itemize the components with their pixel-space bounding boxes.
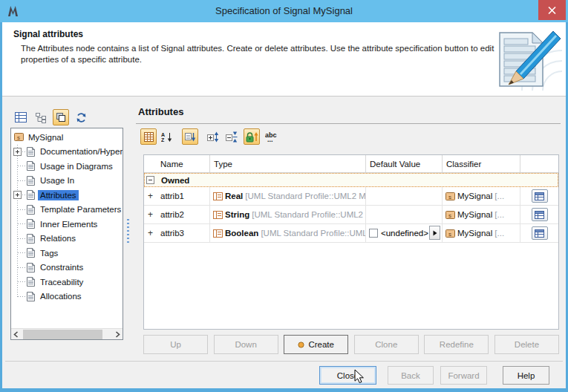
tree-item-label: MySignal — [26, 132, 65, 143]
tree-expander-icon[interactable] — [13, 148, 22, 156]
navigation-tree: sMySignalDocumentation/HyperlinUsage in … — [11, 130, 123, 328]
group-collapse-icon[interactable] — [146, 176, 154, 184]
lock-sort-button[interactable] — [244, 128, 260, 145]
close-icon — [548, 4, 556, 17]
tree-item-tags[interactable]: Tags — [11, 246, 123, 261]
sort-alphabetic-button[interactable]: AZ — [159, 128, 175, 145]
row-expander-icon[interactable]: + — [144, 224, 157, 242]
default-value-dropdown-button[interactable] — [429, 226, 440, 240]
dropdown-right-icon — [433, 230, 437, 236]
table-view-button[interactable] — [13, 109, 29, 125]
spec-table-icon — [535, 229, 544, 238]
tree-item-label: Inner Elements — [38, 219, 99, 229]
classifier-detail: [... — [494, 229, 504, 238]
classifier-name: MySignal — [457, 192, 492, 200]
window-title: Specification of Signal MySignal — [0, 5, 568, 16]
tree-item-label: Template Parameters — [38, 204, 123, 215]
back-button[interactable]: Back — [388, 366, 434, 385]
row-expander-icon[interactable]: + — [144, 187, 157, 205]
cell-classifier[interactable]: sMySignal[... — [443, 187, 520, 205]
collapse-all-button[interactable] — [223, 128, 239, 145]
row-expander-icon[interactable]: + — [144, 206, 157, 223]
tree-expander-icon[interactable] — [13, 191, 22, 199]
tree-item-mysignal[interactable]: sMySignal — [11, 130, 123, 145]
type-name: String — [225, 210, 249, 219]
column-header-name: Name — [157, 155, 210, 172]
cell-type[interactable]: Boolean[UML Standard Profile::UML2 Me... — [210, 224, 366, 242]
clone-button[interactable]: Clone — [354, 335, 419, 354]
titlebar: Specification of Signal MySignal — [0, 0, 568, 22]
scrollbar-thumb[interactable] — [23, 330, 102, 339]
svg-text:s: s — [448, 193, 451, 200]
tree-view-button[interactable] — [33, 109, 49, 125]
cell-type[interactable]: String[UML Standard Profile::UML2 Meta..… — [210, 206, 366, 223]
tree-item-usage-in[interactable]: Usage In — [11, 174, 123, 189]
type-name: Real — [225, 192, 243, 200]
cell-default-value[interactable] — [366, 187, 443, 205]
refresh-button[interactable] — [73, 109, 89, 125]
tree-item-label: Constraints — [38, 262, 85, 272]
table-row-attrib3[interactable]: +attrib3Boolean[UML Standard Profile::UM… — [144, 224, 558, 243]
tree-item-relations[interactable]: Relations — [11, 232, 123, 246]
scroll-right-icon[interactable] — [115, 331, 120, 338]
tree-item-inner-elements[interactable]: Inner Elements — [11, 217, 123, 232]
panel-splitter-handle[interactable] — [127, 219, 129, 243]
cell-classifier[interactable]: sMySignal[... — [443, 206, 520, 223]
cell-type[interactable]: Real[UML Standard Profile::UML2 Meta... — [210, 187, 366, 205]
tree-item-label: Allocations — [38, 291, 84, 301]
tree-item-label: Usage in Diagrams — [38, 161, 115, 172]
svg-text:s: s — [448, 230, 451, 237]
tree-item-documentation-hyperlin[interactable]: Documentation/Hyperlin — [11, 145, 123, 160]
document-icon — [26, 276, 36, 287]
open-specification-button[interactable] — [532, 189, 548, 203]
grid-view-button[interactable] — [140, 128, 157, 145]
document-pencil-icon — [491, 28, 562, 91]
open-specification-button[interactable] — [532, 208, 548, 221]
column-header-blank — [520, 155, 558, 172]
dialog-body: Signal attributes The Attributes node co… — [2, 22, 566, 388]
undefined-checkbox[interactable] — [369, 229, 378, 238]
tree-item-template-parameters[interactable]: Template Parameters — [11, 203, 123, 218]
column-header-blank — [144, 155, 157, 172]
help-button[interactable]: Help — [503, 366, 549, 385]
expand-all-button[interactable] — [204, 128, 221, 145]
forward-button[interactable]: Forward — [440, 366, 487, 385]
cell-name[interactable]: attrib1 — [157, 187, 210, 205]
header-description-line1: The Attributes node contains a list of S… — [21, 44, 494, 53]
composite-view-button[interactable] — [53, 109, 69, 125]
tree-item-constraints[interactable]: Constraints — [11, 261, 123, 275]
down-button[interactable]: Down — [214, 335, 278, 354]
sort-group-button[interactable] — [182, 128, 198, 145]
button-label: Back — [401, 371, 420, 380]
tree-item-attributes[interactable]: Attributes — [11, 188, 123, 203]
type-detail: [UML Standard Profile::UML2 Me... — [261, 229, 366, 238]
cell-default-value[interactable]: <undefined> — [366, 224, 443, 242]
tree-horizontal-scrollbar[interactable] — [11, 328, 123, 339]
create-button[interactable]: Create — [284, 335, 348, 354]
spec-table-icon — [535, 211, 544, 219]
table-row-attrib1[interactable]: +attrib1Real[UML Standard Profile::UML2 … — [144, 187, 558, 206]
cell-name[interactable]: attrib3 — [157, 224, 210, 242]
scroll-left-icon[interactable] — [13, 331, 19, 338]
attributes-title-separator — [136, 123, 561, 124]
delete-button[interactable]: Delete — [494, 335, 559, 354]
tree-item-traceability[interactable]: Traceability — [11, 275, 123, 290]
document-icon — [26, 233, 36, 244]
table-row-attrib2[interactable]: +attrib2String[UML Standard Profile::UML… — [144, 206, 558, 224]
tree-item-allocations[interactable]: Allocations — [11, 290, 123, 304]
cell-classifier[interactable]: sMySignal[... — [443, 224, 520, 242]
close-window-button[interactable] — [538, 0, 566, 20]
close-button[interactable]: Close — [319, 366, 376, 385]
up-button[interactable]: Up — [143, 335, 208, 354]
filter-abc-button[interactable]: abc... — [264, 128, 280, 145]
type-detail: [UML Standard Profile::UML2 Meta... — [245, 192, 366, 200]
redefine-button[interactable]: Redefine — [424, 335, 489, 354]
cell-name[interactable]: attrib2 — [157, 206, 210, 223]
table-body: +attrib1Real[UML Standard Profile::UML2 … — [144, 187, 558, 243]
classifier-detail: [... — [494, 192, 504, 200]
tree-item-label: Tags — [38, 248, 60, 258]
tree-item-usage-in-diagrams[interactable]: Usage in Diagrams — [11, 159, 123, 174]
cell-default-value[interactable] — [366, 206, 443, 223]
open-specification-button[interactable] — [532, 226, 548, 240]
table-group-row-owned[interactable]: Owned — [144, 173, 558, 187]
